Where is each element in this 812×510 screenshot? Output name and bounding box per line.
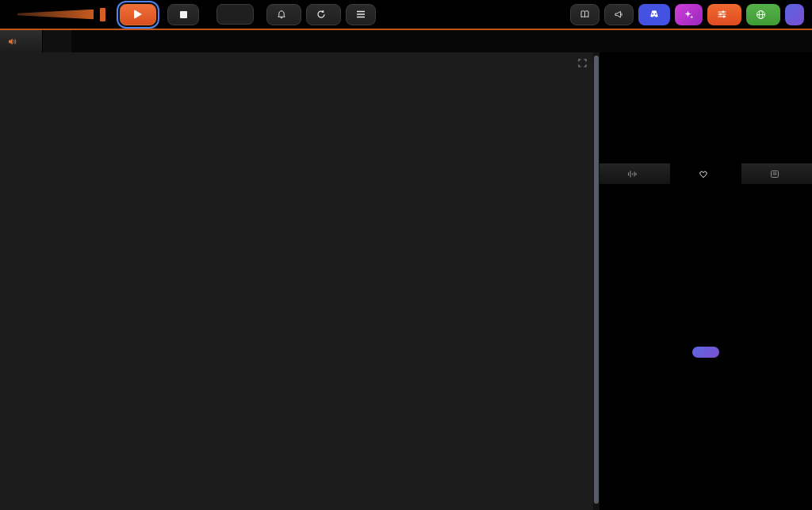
tab-liked[interactable] <box>671 163 742 184</box>
panel-content <box>599 184 812 510</box>
audio-visualizer <box>599 52 812 163</box>
code-editor[interactable] <box>0 52 599 510</box>
doc-tab-untitled[interactable] <box>0 30 43 52</box>
editor-scrollbar[interactable] <box>593 52 599 510</box>
panel-signin-button[interactable] <box>692 347 719 358</box>
code-rows <box>0 52 599 56</box>
bell-icon <box>277 10 286 19</box>
megaphone-icon <box>614 10 624 19</box>
sliders-icon <box>717 10 727 19</box>
play-icon <box>134 10 142 19</box>
toolbar-signin-button[interactable] <box>785 4 804 25</box>
main-area <box>0 52 812 510</box>
discord-button[interactable] <box>638 4 670 25</box>
book-icon <box>580 10 590 19</box>
speaker-icon <box>8 37 17 46</box>
panel-tabs <box>599 163 812 184</box>
stop-icon <box>180 11 187 18</box>
stop-button[interactable] <box>167 4 199 25</box>
discord-icon <box>648 10 661 19</box>
sparkles-icon <box>684 10 694 20</box>
browse-button[interactable] <box>746 4 780 25</box>
docs-button[interactable] <box>570 4 599 25</box>
top-toolbar <box>0 0 812 29</box>
logo-flourish-cap <box>100 8 105 21</box>
menu-button[interactable] <box>346 4 376 25</box>
hamburger-icon <box>356 10 366 18</box>
tab-compiled[interactable] <box>741 163 812 184</box>
document-tabstrip <box>0 29 812 52</box>
fullscreen-icon[interactable] <box>578 59 587 67</box>
bpm-input[interactable] <box>216 4 254 25</box>
edit-button[interactable] <box>306 4 341 25</box>
editor-controls <box>559 59 587 67</box>
compiled-icon <box>770 170 779 178</box>
right-panel <box>599 52 812 510</box>
tab-my-loops[interactable] <box>599 163 671 184</box>
new-tab-button[interactable] <box>43 30 71 52</box>
loops-icon <box>627 170 637 178</box>
single-mode-button[interactable] <box>707 4 741 25</box>
scrollbar-thumb[interactable] <box>594 56 599 504</box>
ai-button[interactable] <box>675 4 703 25</box>
heart-icon <box>699 170 708 178</box>
play-button[interactable] <box>120 4 156 25</box>
logo-flourish <box>17 10 94 20</box>
refresh-icon <box>316 10 326 19</box>
announcements-button[interactable] <box>604 4 634 25</box>
now-button[interactable] <box>266 4 301 25</box>
globe-icon <box>756 10 766 20</box>
